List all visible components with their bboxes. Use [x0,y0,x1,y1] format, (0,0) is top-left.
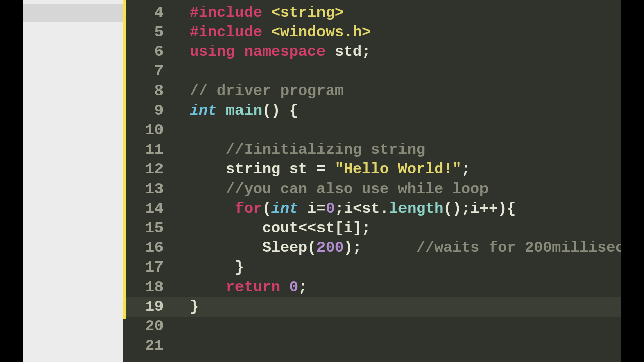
code-token: cout [262,220,298,237]
code-token: ; [335,200,344,217]
code-token: ( [307,239,316,256]
code-token: string [226,161,280,178]
code-line[interactable]: //you can also use while loop [173,179,621,199]
code-token: 200 [316,239,344,256]
folding-margin[interactable] [23,0,123,362]
code-token: i [344,220,353,237]
code-line[interactable]: using namespace std; [173,42,621,62]
line-number[interactable]: 15 [126,219,173,238]
code-token: int [271,200,298,217]
code-token: i [344,200,353,217]
code-token: using [190,43,235,60]
code-token: ); [344,239,362,256]
code-token: st [316,220,335,237]
code-token [226,200,235,217]
code-token: int [190,102,217,119]
code-token: std [335,43,362,60]
code-token: main [226,102,262,119]
code-token: } [226,259,244,276]
code-token [235,43,244,60]
code-line[interactable]: for(int i=0;i<st.length();i++){ [173,199,621,219]
code-token: [ [335,220,344,237]
line-number[interactable]: 13 [126,179,173,199]
line-number[interactable]: 11 [126,140,173,160]
code-line[interactable] [173,62,621,81]
code-token [262,24,271,41]
code-token: st [362,200,380,217]
code-line[interactable]: //Iinitializing string [173,140,621,160]
code-token [326,43,335,60]
code-token: return [226,279,280,296]
code-token: << [298,220,316,237]
code-token [280,161,289,178]
code-token [280,279,289,296]
code-token: <windows.h> [271,24,371,41]
line-number[interactable]: 21 [126,336,173,356]
code-line[interactable] [173,121,621,140]
code-line[interactable] [173,317,621,336]
line-number[interactable]: 8 [126,81,173,101]
line-number[interactable]: 10 [126,121,173,140]
code-token: length [389,200,443,217]
margin-marker [23,4,123,22]
code-line[interactable]: #include <string> [173,3,621,23]
editor-frame: 456789101112131415161718192021 #include … [23,0,621,362]
code-token: ; [461,161,470,178]
code-token: Sleep [262,239,307,256]
code-token: ){ [498,200,516,217]
code-token: //you can also use while loop [226,180,489,198]
code-token: // driver program [190,82,344,100]
code-token [217,102,226,119]
code-token: i [470,200,479,217]
code-token: i [307,200,316,217]
code-token: //waits for 200milliseco [416,239,621,256]
code-token: namespace [244,43,326,60]
code-line[interactable] [173,336,621,356]
line-number[interactable]: 19 [126,297,173,317]
code-token [362,239,416,256]
code-token: #include [190,24,262,41]
code-line[interactable]: return 0; [173,278,621,297]
line-number[interactable]: 7 [126,62,173,81]
code-token: <string> [271,4,344,21]
code-token: st [289,161,307,178]
code-token [298,200,307,217]
code-line[interactable]: int main() { [173,101,621,121]
code-token: } [190,298,199,315]
code-editor-area[interactable]: #include <string>#include <windows.h>usi… [173,0,621,362]
code-token: ; [298,279,307,296]
code-line[interactable]: cout<<st[i]; [173,219,621,238]
code-token: ++ [479,200,498,217]
code-token: //Iinitializing string [226,141,425,158]
code-line[interactable]: } [173,297,621,317]
code-token: 0 [289,279,298,296]
code-token [262,4,271,21]
line-number[interactable]: 6 [126,42,173,62]
code-line[interactable]: #include <windows.h> [173,23,621,42]
code-token: ( [262,200,271,217]
code-token: . [380,200,389,217]
line-number[interactable]: 14 [126,199,173,219]
code-token: = [316,200,326,217]
code-token: "Hello World!" [335,161,461,178]
code-token: ; [362,43,371,60]
code-line[interactable]: string st = "Hello World!"; [173,160,621,179]
code-token: for [235,200,262,217]
code-line[interactable]: } [173,258,621,278]
code-token: #include [190,4,262,21]
line-number[interactable]: 4 [126,3,173,23]
line-number[interactable]: 20 [126,317,173,336]
line-number[interactable]: 17 [126,258,173,278]
line-number[interactable]: 16 [126,238,173,258]
line-number[interactable]: 5 [126,23,173,42]
line-number-gutter[interactable]: 456789101112131415161718192021 [126,0,173,362]
code-token: = [307,161,335,178]
code-line[interactable]: Sleep(200); //waits for 200milliseco [173,238,621,258]
code-token: 0 [326,200,335,217]
line-number[interactable]: 18 [126,278,173,297]
code-line[interactable]: // driver program [173,81,621,101]
line-number[interactable]: 12 [126,160,173,179]
line-number[interactable]: 9 [126,101,173,121]
code-token: ]; [353,220,371,237]
code-token: < [353,200,362,217]
